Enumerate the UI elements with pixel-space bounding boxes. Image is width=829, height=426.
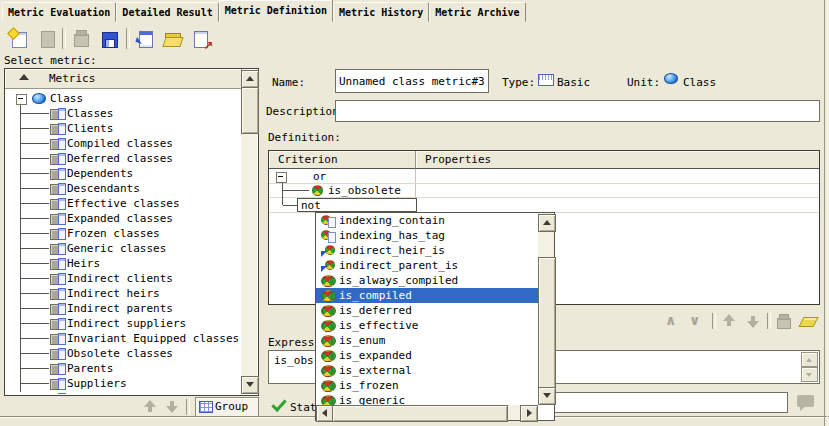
metric-tree-item[interactable]: Dependents <box>6 166 241 181</box>
metric-tree-item[interactable]: Indirect suppliers <box>6 316 241 331</box>
criterion-option[interactable]: is_effective <box>316 318 538 333</box>
tab-metric-definition[interactable]: Metric Definition <box>219 0 333 22</box>
criterion-option[interactable]: indexing_has_tag <box>316 228 538 243</box>
remove-criterion-button[interactable] <box>775 312 795 330</box>
expression-scroll-up-button[interactable] <box>801 352 818 367</box>
metric-tree: Metrics Class Classes Clients <box>4 68 259 396</box>
metric-tree-item[interactable]: Expanded classes <box>6 211 241 226</box>
move-up-icon <box>720 312 738 330</box>
open-metric-file-button[interactable] <box>162 28 184 50</box>
move-criterion-down-button[interactable] <box>744 312 764 330</box>
criterion-pie-icon <box>321 335 336 347</box>
name-input[interactable] <box>335 69 489 93</box>
dropdown-hscrollbar[interactable] <box>316 405 538 420</box>
criterion-option[interactable]: indirect_parent_is <box>316 258 538 273</box>
criterion-option[interactable]: is_always_compiled <box>316 273 538 288</box>
metric-tree-item[interactable]: Classes <box>6 106 241 121</box>
import-metrics-button[interactable] <box>134 28 156 50</box>
comment-input[interactable] <box>552 392 788 413</box>
ruler-icon <box>538 74 554 86</box>
dropdown-scroll-up-button[interactable] <box>538 214 556 232</box>
criterion-option[interactable]: is_frozen <box>316 378 538 393</box>
tree-item-class-unit[interactable]: Class <box>6 91 241 106</box>
description-input[interactable] <box>335 100 820 122</box>
criterion-option[interactable]: is_compiled <box>316 288 538 303</box>
up-arrow-icon <box>806 358 812 362</box>
save-metric-button[interactable] <box>98 28 120 50</box>
tab-detailed-result[interactable]: Detailed Result <box>116 2 218 22</box>
tab-metric-archive[interactable]: Metric Archive <box>429 2 525 22</box>
metric-tree-item[interactable]: Parents <box>6 361 241 376</box>
dropdown-hscroll-thumb[interactable] <box>332 405 508 422</box>
criterion-option-label: indirect_parent_is <box>339 258 458 273</box>
criterion-option-label: indexing_has_tag <box>339 228 445 243</box>
criterion-option-label: is_compiled <box>339 288 412 303</box>
remove-criterion-icon <box>775 312 793 330</box>
duplicate-metric-icon <box>36 28 58 50</box>
metric-tree-item[interactable]: Compiled classes <box>6 136 241 151</box>
or-operator-button[interactable] <box>687 312 707 330</box>
expression-scroll-down-button[interactable] <box>801 367 818 382</box>
tree-scroll-up-button[interactable] <box>241 70 259 88</box>
erase-criterion-button[interactable] <box>798 312 818 330</box>
metric-tree-item[interactable]: Indirect clients <box>6 271 241 286</box>
metric-tree-item[interactable]: Descendants <box>6 181 241 196</box>
criterion-option[interactable]: is_enum <box>316 333 538 348</box>
metric-tree-item[interactable]: Clients <box>6 121 241 136</box>
tree-scroll-thumb[interactable] <box>241 87 259 134</box>
and-operator-button[interactable] <box>663 312 683 330</box>
delete-metric-button[interactable] <box>70 28 92 50</box>
properties-column-header[interactable]: Properties <box>416 151 819 169</box>
export-metrics-button[interactable] <box>190 28 212 50</box>
metric-tree-item[interactable]: Obsolete classes <box>6 346 241 361</box>
duplicate-metric-button[interactable] <box>36 28 58 50</box>
metric-tree-item[interactable]: Generic classes <box>6 241 241 256</box>
dropdown-scroll-down-button[interactable] <box>538 387 556 405</box>
criterion-option[interactable]: is_expanded <box>316 348 538 363</box>
criterion-option[interactable]: indirect_heir_is <box>316 243 538 258</box>
dropdown-scroll-thumb[interactable] <box>538 257 556 391</box>
criterion-pie-icon <box>321 380 336 392</box>
collapse-icon[interactable] <box>16 94 27 105</box>
tab-metric-evaluation[interactable]: Metric Evaluation <box>2 2 116 22</box>
metric-icon <box>50 273 65 284</box>
criterion-pie-icon <box>321 305 336 317</box>
move-metric-up-icon[interactable] <box>143 399 157 414</box>
comment-icon[interactable] <box>797 395 814 407</box>
tree-scrollbar[interactable] <box>241 70 257 394</box>
metric-tree-item[interactable]: Suppliers <box>6 376 241 391</box>
group-toggle-button[interactable]: Group <box>195 397 259 418</box>
dropdown-scroll-right-button[interactable] <box>520 405 538 422</box>
tree-connector-line <box>20 104 21 392</box>
metric-icon <box>50 318 65 329</box>
collapse-icon[interactable] <box>276 172 287 183</box>
move-metric-down-icon[interactable] <box>165 399 179 414</box>
up-arrow-icon <box>543 220 551 225</box>
left-arrow-icon <box>322 409 327 417</box>
criterion-option[interactable]: is_deferred <box>316 303 538 318</box>
tab-metric-history[interactable]: Metric History <box>333 2 429 22</box>
metric-tree-item[interactable]: Uncompiled classes <box>6 391 241 394</box>
criterion-option-label: is_enum <box>339 333 385 348</box>
criterion-column-header[interactable]: Criterion <box>269 151 416 169</box>
metric-tree-item[interactable]: Indirect heirs <box>6 286 241 301</box>
metric-icon <box>50 183 65 194</box>
metric-tree-item[interactable]: Effective classes <box>6 196 241 211</box>
criterion-option[interactable]: is_generic <box>316 393 538 405</box>
metric-tree-item[interactable]: Deferred classes <box>6 151 241 166</box>
metrics-column-title: Metrics <box>49 72 95 85</box>
class-unit-icon <box>32 93 46 104</box>
metric-tree-item[interactable]: Heirs <box>6 256 241 271</box>
move-criterion-up-button[interactable] <box>720 312 740 330</box>
criterion-option[interactable]: is_external <box>316 363 538 378</box>
criterion-option[interactable]: indexing_contain <box>316 213 538 228</box>
new-metric-button[interactable] <box>8 28 30 50</box>
metrics-column-header[interactable]: Metrics <box>5 69 242 89</box>
metric-tree-item[interactable]: Indirect parents <box>6 301 241 316</box>
tree-scroll-down-button[interactable] <box>241 376 259 394</box>
dropdown-vscrollbar[interactable] <box>538 213 554 405</box>
criterion-editor-cell[interactable]: not <box>297 198 417 212</box>
metric-tree-item[interactable]: Frozen classes <box>6 226 241 241</box>
criterion-option-label: is_expanded <box>339 348 412 363</box>
metric-tree-item[interactable]: Invariant Equipped classes <box>6 331 241 346</box>
